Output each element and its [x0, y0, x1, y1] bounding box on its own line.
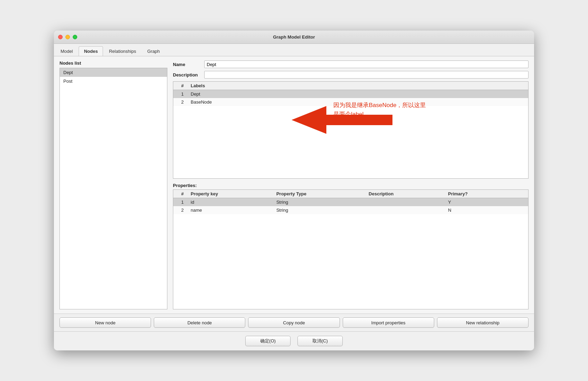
window-title: Graph Model Editor	[273, 34, 315, 40]
left-panel: Nodes list Dept Post	[59, 60, 167, 309]
content-area: Nodes list Dept Post Name Description	[59, 60, 529, 309]
prop-col-primary: Primary?	[445, 190, 511, 198]
labels-table: # Labels 1 Dept 2 BaseNode	[173, 82, 528, 106]
bottom-buttons: New node Delete node Copy node Import pr…	[54, 314, 534, 331]
properties-table-container: # Property key Property Type Description…	[173, 189, 529, 309]
tab-nodes[interactable]: Nodes	[79, 46, 103, 56]
labels-table-container: # Labels 1 Dept 2 BaseNode	[173, 81, 529, 179]
nodes-list-label: Nodes list	[59, 60, 167, 66]
tab-model[interactable]: Model	[55, 46, 78, 56]
prop-col-num: #	[173, 190, 187, 198]
prop-extra	[511, 206, 528, 214]
tab-graph[interactable]: Graph	[142, 46, 165, 56]
minimize-button[interactable]	[65, 35, 70, 39]
prop-type: String	[273, 198, 365, 206]
prop-col-key: Property key	[187, 190, 273, 198]
prop-desc	[365, 198, 445, 206]
tab-relationships[interactable]: Relationships	[104, 46, 141, 56]
table-row[interactable]: 2 BaseNode	[173, 98, 528, 106]
description-row: Description	[173, 71, 529, 79]
label-num: 2	[173, 98, 187, 106]
prop-extra	[511, 198, 528, 206]
delete-node-button[interactable]: Delete node	[154, 317, 245, 328]
label-value: BaseNode	[187, 98, 528, 106]
arrow-shape	[292, 106, 392, 134]
copy-node-button[interactable]: Copy node	[248, 317, 340, 328]
main-window: Graph Model Editor Model Nodes Relations…	[54, 31, 534, 350]
labels-col-label: Labels	[187, 82, 528, 90]
name-label: Name	[173, 62, 204, 67]
nodes-list-item[interactable]: Post	[60, 77, 167, 86]
prop-key: name	[187, 206, 273, 214]
name-input[interactable]	[204, 60, 529, 68]
description-input[interactable]	[204, 71, 529, 79]
nodes-list-item[interactable]: Dept	[60, 68, 167, 77]
table-row[interactable]: 1 id String Y	[173, 198, 528, 206]
right-panel: Name Description # Labels	[167, 60, 529, 309]
label-value: Dept	[187, 90, 528, 98]
tabbar: Model Nodes Relationships Graph	[54, 44, 534, 56]
prop-col-desc: Description	[365, 190, 445, 198]
prop-key: id	[187, 198, 273, 206]
prop-primary: N	[445, 206, 511, 214]
main-content: Nodes list Dept Post Name Description	[54, 56, 534, 314]
maximize-button[interactable]	[73, 35, 77, 39]
cancel-button[interactable]: 取消(C)	[297, 336, 343, 346]
name-row: Name	[173, 60, 529, 68]
description-label: Description	[173, 72, 204, 78]
prop-num: 1	[173, 198, 187, 206]
prop-type: String	[273, 206, 365, 214]
traffic-lights	[58, 35, 77, 39]
confirm-button[interactable]: 确定(O)	[245, 336, 291, 346]
label-num: 1	[173, 90, 187, 98]
import-properties-button[interactable]: Import properties	[343, 317, 434, 328]
properties-table: # Property key Property Type Description…	[173, 190, 528, 214]
nodes-list: Dept Post	[59, 68, 167, 309]
prop-col-extra	[511, 190, 528, 198]
table-row[interactable]: 2 name String N	[173, 206, 528, 214]
prop-col-type: Property Type	[273, 190, 365, 198]
new-relationship-button[interactable]: New relationship	[437, 317, 529, 328]
labels-col-num: #	[173, 82, 187, 90]
prop-primary: Y	[445, 198, 511, 206]
properties-label: Properties:	[173, 183, 529, 188]
prop-num: 2	[173, 206, 187, 214]
titlebar: Graph Model Editor	[54, 31, 534, 44]
table-row[interactable]: 1 Dept	[173, 90, 528, 98]
confirm-row: 确定(O) 取消(C)	[54, 331, 534, 350]
prop-desc	[365, 206, 445, 214]
close-button[interactable]	[58, 35, 63, 39]
new-node-button[interactable]: New node	[59, 317, 151, 328]
